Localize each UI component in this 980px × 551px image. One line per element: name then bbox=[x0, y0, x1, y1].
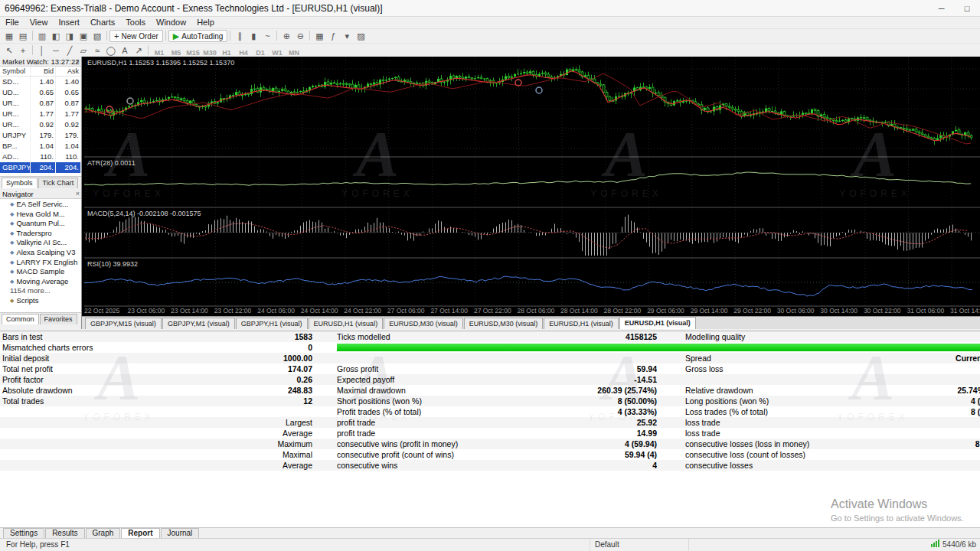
market-watch-row[interactable]: BP...1.041.04 bbox=[0, 141, 81, 152]
line-chart-button[interactable]: ~ bbox=[260, 30, 274, 42]
zoom-out-button[interactable]: ⊖ bbox=[293, 30, 307, 42]
navigator-item[interactable]: ◆Valkyrie AI Sc... bbox=[0, 238, 81, 248]
navigator-item[interactable]: ◆Quantum Pul... bbox=[0, 219, 81, 229]
data-window-toggle[interactable]: ◧ bbox=[49, 30, 63, 42]
market-watch-row[interactable]: UR...0.870.87 bbox=[0, 98, 81, 109]
arrow-button[interactable]: ↗ bbox=[132, 44, 145, 57]
shapes-button[interactable]: ◯ bbox=[104, 44, 118, 57]
tester-tab-settings[interactable]: Settings bbox=[3, 528, 44, 538]
candlestick-button[interactable]: ▮ bbox=[247, 30, 260, 42]
navigator-item[interactable]: 1154 more... bbox=[0, 286, 81, 296]
tester-tab-report[interactable]: Report bbox=[121, 528, 159, 538]
market-watch-tab-tick-chart[interactable]: Tick Chart bbox=[38, 178, 79, 188]
symbol-cell: GBPJPY bbox=[0, 162, 31, 173]
navigator-toggle[interactable]: ◨ bbox=[63, 30, 77, 42]
report-label: Total net profit bbox=[2, 364, 224, 374]
periods-button[interactable]: ▾ bbox=[340, 30, 354, 42]
bid-cell: 0.92 bbox=[31, 119, 56, 130]
market-watch-row[interactable]: URJPY179.179. bbox=[0, 130, 81, 141]
navigator-item[interactable]: ◆Heva Gold M... bbox=[0, 210, 81, 220]
zoom-in-button[interactable]: ⊕ bbox=[279, 30, 293, 42]
chart-tab-gbpjpy-h1-visual-[interactable]: GBPJPY,H1 (visual) bbox=[236, 318, 308, 329]
autotrading-button[interactable]: ▶AutoTrading bbox=[168, 30, 228, 42]
expert-advisor-icon: ◆ bbox=[10, 211, 14, 217]
close-icon[interactable]: × bbox=[76, 57, 80, 67]
market-watch-toggle[interactable]: ▥ bbox=[35, 30, 49, 42]
navigator-tab-common[interactable]: Common bbox=[2, 314, 39, 324]
price-chart[interactable] bbox=[84, 57, 980, 316]
report-label: Gross profit bbox=[337, 364, 532, 374]
new-chart-button[interactable]: ▦ bbox=[2, 30, 16, 42]
autotrading-icon: ▶ bbox=[173, 31, 179, 41]
report-qualifier: Maximal bbox=[228, 449, 312, 460]
navigator-item[interactable]: ◆Alexa Scalping V3 bbox=[0, 248, 81, 258]
menu-window[interactable]: Window bbox=[151, 17, 191, 28]
market-watch-row[interactable]: UR...0.920.92 bbox=[0, 119, 81, 130]
minimize-button[interactable]: ─ bbox=[930, 0, 953, 17]
chart-tab-eurusd-h1-visual-[interactable]: EURUSD,H1 (visual) bbox=[309, 318, 384, 329]
profiles-button[interactable]: ▤ bbox=[16, 30, 30, 42]
market-watch-list: SD...1.401.40UD...0.650.65UR...0.870.87U… bbox=[0, 77, 81, 176]
new-order-icon: + bbox=[114, 31, 119, 41]
menu-charts[interactable]: Charts bbox=[85, 17, 120, 28]
report-label: Loss trades (% of total) bbox=[685, 406, 875, 417]
tester-tab-results[interactable]: Results bbox=[45, 528, 84, 538]
chart-tab-gbpjpy-m1-visual-[interactable]: GBPJPY,M1 (visual) bbox=[162, 318, 235, 329]
fibonacci-button[interactable]: ≈ bbox=[90, 44, 104, 57]
text-button[interactable]: A bbox=[118, 44, 132, 57]
toolbar-separator bbox=[106, 31, 107, 41]
navigator-tree: ◆EA Self Servic...◆Heva Gold M...◆Quantu… bbox=[0, 199, 81, 312]
time-axis-label: 30 Oct 14:00 bbox=[820, 307, 858, 315]
new-order-button[interactable]: +New Order bbox=[109, 30, 163, 42]
chart-tab-eurusd-h1-visual-[interactable]: EURUSD,H1 (visual) bbox=[619, 317, 696, 329]
chart-tab-eurusd-m30-visual-[interactable]: EURUSD,M30 (visual) bbox=[464, 318, 544, 329]
navigator-item[interactable]: ◆LARRY FX English bbox=[0, 258, 81, 268]
tester-tab-journal[interactable]: Journal bbox=[161, 528, 200, 538]
menu-insert[interactable]: Insert bbox=[53, 17, 85, 28]
status-profile[interactable]: Default bbox=[590, 539, 689, 551]
vertical-line-button[interactable]: │ bbox=[35, 44, 49, 57]
market-watch-row[interactable]: SD...1.401.40 bbox=[0, 77, 81, 87]
horizontal-line-button[interactable]: ─ bbox=[49, 44, 63, 57]
zoom-in-icon: ⊕ bbox=[283, 31, 290, 41]
menu-file[interactable]: File bbox=[0, 17, 24, 28]
bar-chart-button[interactable]: ∥ bbox=[233, 30, 247, 42]
navigator-item-label: Scripts bbox=[16, 296, 38, 305]
chart-tab-gbpjpy-m15-visual-[interactable]: GBPJPY,M15 (visual) bbox=[85, 318, 162, 329]
market-watch-row[interactable]: AD...110.110. bbox=[0, 152, 81, 162]
navigator-item[interactable]: ◆MACD Sample bbox=[0, 267, 81, 277]
market-watch-row[interactable]: UR...1.771.77 bbox=[0, 109, 81, 119]
market-watch-row[interactable]: GBPJPY204.204. bbox=[0, 162, 81, 173]
menu-help[interactable]: Help bbox=[191, 17, 220, 28]
menu-tools[interactable]: Tools bbox=[120, 17, 151, 28]
maximize-button[interactable]: □ bbox=[956, 0, 978, 17]
time-axis-label: 23 Oct 06:00 bbox=[128, 307, 165, 315]
time-axis: 22 Oct 202523 Oct 06:0023 Oct 14:0023 Oc… bbox=[84, 307, 980, 316]
terminal-icon: ▣ bbox=[80, 31, 87, 41]
market-watch-row[interactable]: UD...0.650.65 bbox=[0, 87, 81, 98]
market-watch-tab-symbols[interactable]: Symbols bbox=[2, 178, 38, 188]
cursor-button[interactable]: ↖ bbox=[2, 44, 16, 57]
channel-button[interactable]: ▱ bbox=[77, 44, 90, 57]
report-label: consecutive loss (count of losses) bbox=[685, 449, 875, 460]
strategy-tester-icon: ▧ bbox=[93, 31, 101, 41]
tester-tab-graph[interactable]: Graph bbox=[86, 528, 121, 538]
navigator-item[interactable]: ◆Moving Average bbox=[0, 277, 81, 287]
navigator-tab-favorites[interactable]: Favorites bbox=[40, 314, 77, 324]
navigator-item[interactable]: ◆Traderspro bbox=[0, 229, 81, 239]
chart-tab-eurusd-m30-visual-[interactable]: EURUSD,M30 (visual) bbox=[384, 318, 463, 329]
chart-tab-eurusd-h1-visual-[interactable]: EURUSD,H1 (visual) bbox=[544, 318, 619, 329]
tile-windows-button[interactable]: ▦ bbox=[312, 30, 326, 42]
close-icon[interactable]: × bbox=[76, 189, 80, 199]
indicators-button[interactable]: ƒ bbox=[326, 30, 340, 42]
menu-view[interactable]: View bbox=[24, 17, 54, 28]
navigator-header: Navigator × bbox=[0, 189, 81, 199]
trendline-button[interactable]: ╱ bbox=[63, 44, 77, 57]
strategy-tester-toggle[interactable]: ▧ bbox=[90, 30, 104, 42]
terminal-toggle[interactable]: ▣ bbox=[77, 30, 90, 42]
navigator-item[interactable]: ◆EA Self Servic... bbox=[0, 200, 81, 210]
navigator-item[interactable]: ◆Scripts bbox=[0, 296, 81, 306]
periods-icon: ▾ bbox=[345, 31, 350, 41]
crosshair-button[interactable]: + bbox=[16, 44, 30, 57]
templates-button[interactable]: ▨ bbox=[354, 30, 368, 42]
